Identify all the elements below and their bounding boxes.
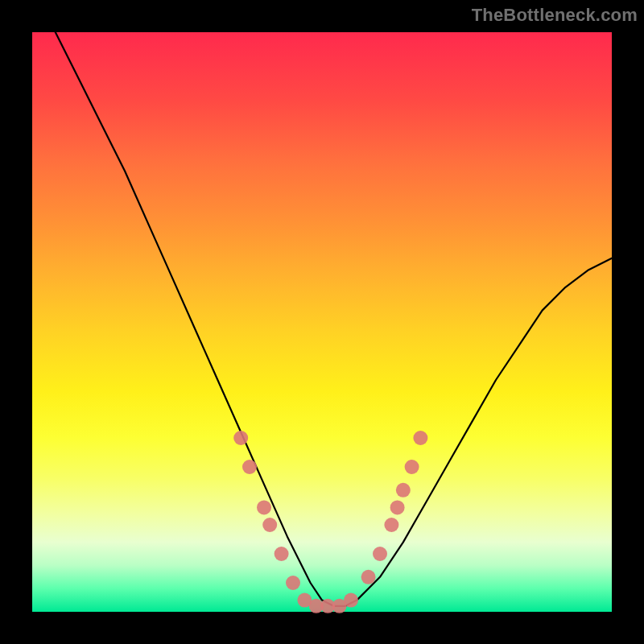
watermark-text: TheBottleneck.com <box>472 5 638 26</box>
svg-point-17 <box>413 431 427 445</box>
plot-area <box>32 32 612 612</box>
svg-point-1 <box>242 460 257 474</box>
curve-line <box>56 32 612 606</box>
svg-point-0 <box>233 431 248 445</box>
curve-markers <box>233 431 427 613</box>
svg-point-11 <box>361 570 376 584</box>
svg-point-12 <box>373 547 387 561</box>
svg-point-4 <box>275 547 289 561</box>
bottleneck-curve-svg <box>32 32 612 612</box>
svg-point-15 <box>396 483 411 497</box>
svg-point-14 <box>390 500 405 514</box>
svg-point-10 <box>344 593 358 608</box>
chart-frame: TheBottleneck.com <box>0 0 644 644</box>
svg-point-2 <box>257 500 271 514</box>
svg-point-5 <box>286 576 300 590</box>
svg-point-13 <box>384 518 398 532</box>
svg-point-16 <box>405 460 419 474</box>
svg-point-3 <box>262 518 277 532</box>
